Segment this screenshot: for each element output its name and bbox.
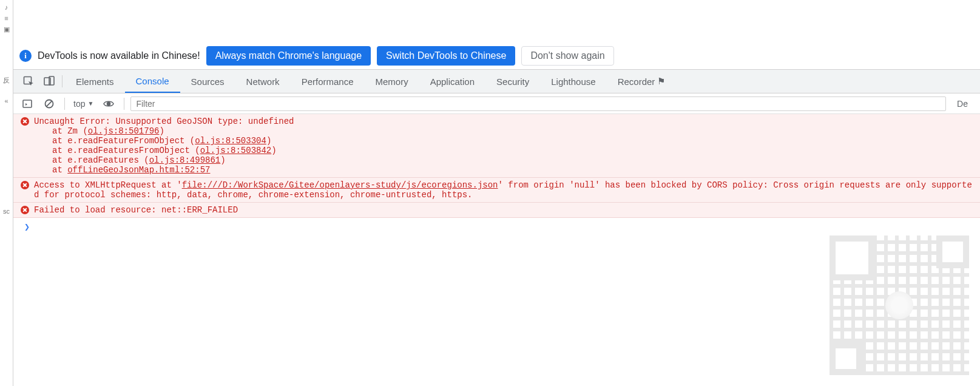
margin-glyph: 反 — [0, 76, 13, 85]
svg-rect-3 — [23, 100, 32, 107]
stack-frame: at e.readFeatureFromObject (ol.js:8:5033… — [34, 136, 975, 146]
sidebar-toggle-icon[interactable] — [18, 96, 36, 112]
banner-text: DevTools is now available in Chinese! — [38, 50, 200, 61]
tab-memory[interactable]: Memory — [365, 70, 419, 93]
tab-security[interactable]: Security — [485, 70, 540, 93]
tab-recorder[interactable]: Recorder⚑ — [607, 70, 677, 93]
prompt-chevron-icon: ❯ — [24, 222, 30, 232]
source-link[interactable]: file:///D:/WorkSpace/Gitee/openlayers-st… — [182, 180, 498, 190]
source-link[interactable]: offLineGeoJsonMap.html:52:57 — [67, 165, 210, 175]
tab-network[interactable]: Network — [235, 70, 291, 93]
info-icon: i — [19, 50, 32, 62]
margin-glyph: ≡ — [0, 15, 13, 22]
svg-point-6 — [107, 102, 110, 105]
stack-frame: at offLineGeoJsonMap.html:52:57 — [34, 165, 975, 175]
always-match-button[interactable]: Always match Chrome's language — [206, 46, 371, 66]
pin-icon: ⚑ — [657, 76, 665, 87]
device-toolbar-icon[interactable] — [39, 70, 59, 93]
tab-sources[interactable]: Sources — [180, 70, 235, 93]
error-text: Uncaught Error: Unsupported GeoJSON type… — [34, 117, 294, 126]
chevron-down-icon: ▼ — [87, 100, 93, 107]
context-selector[interactable]: top ▼ — [71, 99, 96, 109]
separator — [64, 98, 65, 110]
source-link[interactable]: ol.js:8:503304 — [195, 136, 266, 146]
console-error-message: Uncaught Error: Unsupported GeoJSON type… — [13, 114, 980, 178]
eye-icon[interactable] — [100, 96, 118, 112]
source-link[interactable]: ol.js:8:501796 — [88, 126, 160, 136]
qr-code-overlay — [830, 235, 969, 375]
margin-glyph: sc — [0, 208, 13, 215]
dismiss-button[interactable]: Don't show again — [521, 46, 613, 66]
error-icon — [21, 181, 29, 189]
tab-application[interactable]: Application — [419, 70, 485, 93]
switch-chinese-button[interactable]: Switch DevTools to Chinese — [377, 46, 515, 66]
language-banner: i DevTools is now available in Chinese! … — [13, 42, 980, 69]
console-error-message: Failed to load resource: net::ERR_FAILED — [13, 203, 980, 218]
stack-frame: at Zm (ol.js:8:501796) — [34, 126, 975, 136]
margin-glyph: « — [0, 97, 13, 104]
devtools-panel: i DevTools is now available in Chinese! … — [13, 0, 980, 386]
context-label: top — [73, 99, 85, 109]
source-link[interactable]: ol.js:8:503842 — [200, 146, 272, 155]
error-icon — [21, 206, 29, 214]
left-margin-strip: ♪ ≡ ▣ 反 « sc — [0, 0, 13, 386]
margin-glyph: ♪ — [0, 4, 13, 11]
source-link[interactable]: ol.js:8:499861 — [149, 155, 221, 165]
top-padding — [13, 0, 980, 42]
tab-lighthouse[interactable]: Lighthouse — [540, 70, 606, 93]
toolbar-suffix-text: De — [950, 99, 975, 109]
stack-frame: at e.readFeaturesFromObject (ol.js:8:503… — [34, 146, 975, 155]
console-error-message: Access to XMLHttpRequest at 'file:///D:/… — [13, 178, 980, 203]
svg-line-5 — [46, 101, 52, 106]
devtools-tabbar: ElementsConsoleSourcesNetworkPerformance… — [13, 69, 980, 93]
error-text: Failed to load resource: net::ERR_FAILED — [34, 205, 238, 215]
stack-frame: at e.readFeatures (ol.js:8:499861) — [34, 155, 975, 165]
tab-performance[interactable]: Performance — [291, 70, 365, 93]
margin-glyph: ▣ — [0, 25, 13, 33]
separator — [62, 75, 63, 87]
error-icon — [21, 117, 29, 126]
tab-elements[interactable]: Elements — [65, 70, 125, 93]
inspect-element-icon[interactable] — [18, 70, 39, 93]
console-toolbar: top ▼ De — [13, 93, 980, 114]
filter-input[interactable] — [130, 96, 946, 111]
console-prompt[interactable]: ❯ — [13, 218, 980, 236]
console-output: Uncaught Error: Unsupported GeoJSON type… — [13, 114, 980, 386]
clear-console-icon[interactable] — [40, 96, 58, 112]
separator — [124, 98, 124, 110]
tab-console[interactable]: Console — [125, 70, 180, 93]
error-text: Access to XMLHttpRequest at ' — [34, 180, 182, 190]
